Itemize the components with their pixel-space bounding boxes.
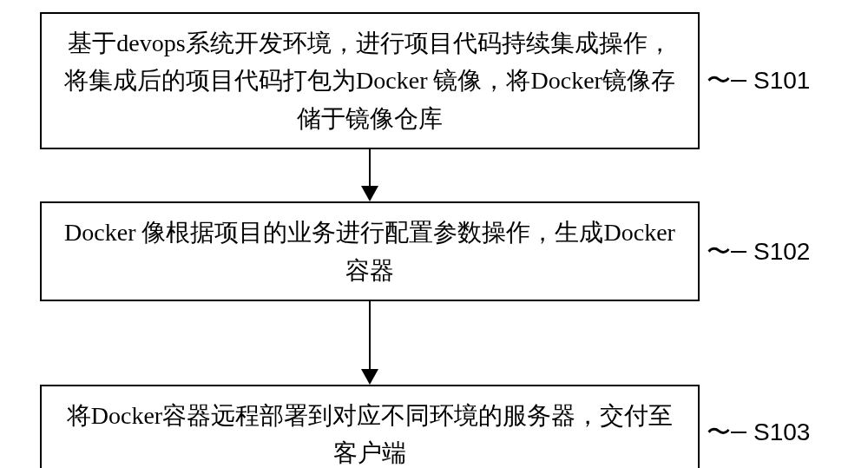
step-box-3: 将Docker容器远程部署到对应不同环境的服务器，交付至客户端 <box>40 385 700 468</box>
arrow-wrap-1 <box>40 149 700 201</box>
step-text-3: 将Docker容器远程部署到对应不同环境的服务器，交付至客户端 <box>59 397 681 468</box>
arrow-down-icon <box>361 149 378 201</box>
connector-dash-icon <box>731 80 746 82</box>
step-row-3: 将Docker容器远程部署到对应不同环境的服务器，交付至客户端 〜 S103 <box>40 385 828 468</box>
connector-dash-icon <box>731 251 746 253</box>
label-connector-2: 〜 S102 <box>707 235 810 268</box>
step-row-1: 基于devops系统开发环境，进行项目代码持续集成操作，将集成后的项目代码打包为… <box>40 12 828 149</box>
connector-tilde-icon: 〜 <box>707 416 727 449</box>
step-box-2: Docker 像根据项目的业务进行配置参数操作，生成Docker容器 <box>40 201 700 301</box>
label-connector-3: 〜 S103 <box>707 416 810 449</box>
step-label-3: S103 <box>753 419 810 446</box>
arrow-down-icon <box>361 301 378 385</box>
step-text-2: Docker 像根据项目的业务进行配置参数操作，生成Docker容器 <box>59 214 681 289</box>
step-text-1: 基于devops系统开发环境，进行项目代码持续集成操作，将集成后的项目代码打包为… <box>59 24 681 137</box>
step-label-1: S101 <box>753 67 810 95</box>
connector-dash-icon <box>731 432 746 433</box>
step-label-2: S102 <box>753 238 810 266</box>
label-connector-1: 〜 S101 <box>707 64 810 97</box>
step-box-1: 基于devops系统开发环境，进行项目代码持续集成操作，将集成后的项目代码打包为… <box>40 12 700 149</box>
flowchart: 基于devops系统开发环境，进行项目代码持续集成操作，将集成后的项目代码打包为… <box>40 12 828 468</box>
arrow-wrap-2 <box>40 301 700 385</box>
connector-tilde-icon: 〜 <box>707 64 727 97</box>
step-row-2: Docker 像根据项目的业务进行配置参数操作，生成Docker容器 〜 S10… <box>40 201 828 301</box>
connector-tilde-icon: 〜 <box>707 235 727 268</box>
